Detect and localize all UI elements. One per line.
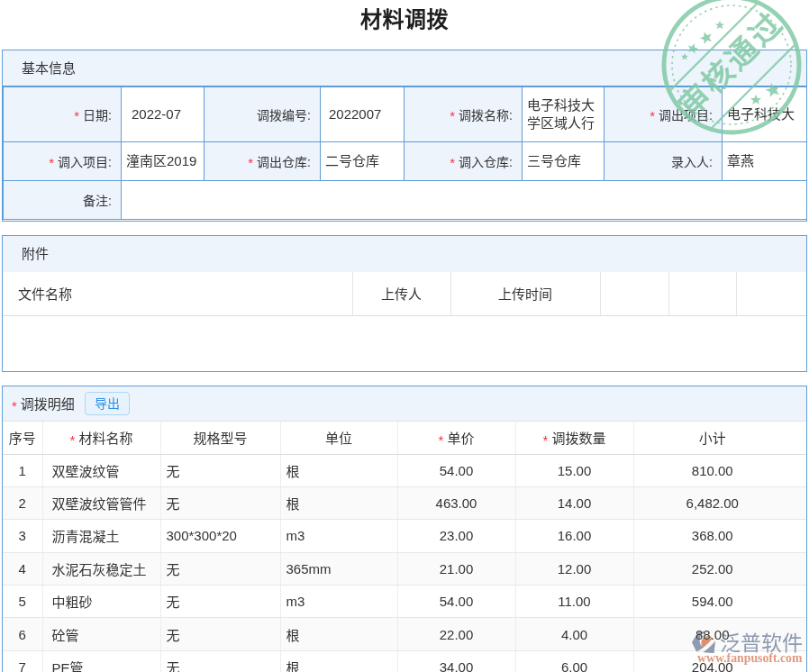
svg-text:审核通过: 审核通过 bbox=[672, 5, 791, 124]
svg-text:www.fanpusoft.com: www.fanpusoft.com bbox=[697, 651, 803, 665]
